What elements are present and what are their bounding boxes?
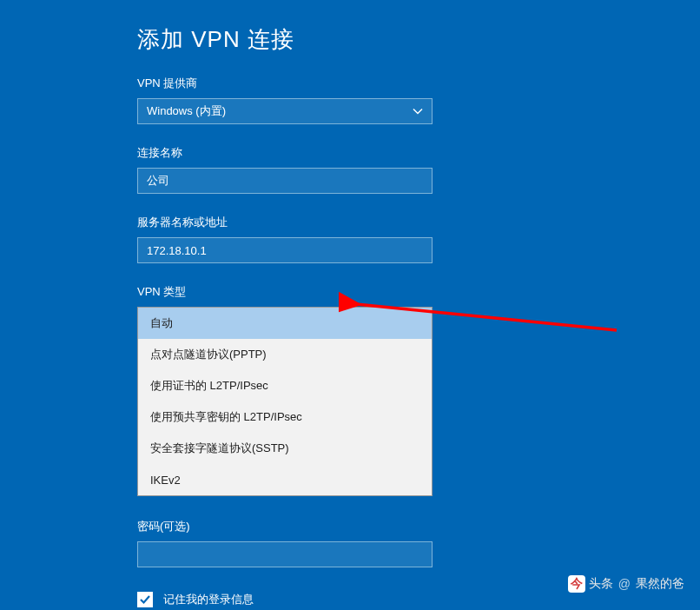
provider-field: VPN 提供商 Windows (内置) xyxy=(137,76,700,124)
password-input[interactable] xyxy=(137,541,433,567)
server-address-input[interactable]: 172.18.10.1 xyxy=(137,237,433,263)
connection-name-input[interactable]: 公司 xyxy=(137,168,433,194)
watermark: 今 头条 @ 果然的爸 xyxy=(568,575,684,593)
provider-select[interactable]: Windows (内置) xyxy=(137,98,433,124)
vpn-type-option[interactable]: 自动 xyxy=(138,308,432,339)
remember-row[interactable]: 记住我的登录信息 xyxy=(137,592,700,607)
vpn-type-option[interactable]: IKEv2 xyxy=(138,464,432,495)
provider-label: VPN 提供商 xyxy=(137,76,700,91)
watermark-logo-icon: 今 xyxy=(568,575,585,593)
page-title: 添加 VPN 连接 xyxy=(137,24,700,55)
watermark-brand: 头条 xyxy=(589,576,613,592)
connection-name-value: 公司 xyxy=(147,173,169,189)
server-address-field: 服务器名称或地址 172.18.10.1 xyxy=(137,215,700,263)
vpn-type-option[interactable]: 点对点隧道协议(PPTP) xyxy=(138,339,432,370)
remember-checkbox[interactable] xyxy=(137,592,153,607)
vpn-type-option[interactable]: 使用证书的 L2TP/IPsec xyxy=(138,370,432,401)
vpn-type-field: VPN 类型 自动点对点隧道协议(PPTP)使用证书的 L2TP/IPsec使用… xyxy=(137,284,700,496)
vpn-type-option[interactable]: 使用预共享密钥的 L2TP/IPsec xyxy=(138,401,432,433)
chevron-down-icon xyxy=(413,105,423,118)
vpn-type-dropdown[interactable]: 自动点对点隧道协议(PPTP)使用证书的 L2TP/IPsec使用预共享密钥的 … xyxy=(137,307,433,496)
watermark-author: 果然的爸 xyxy=(636,576,684,592)
watermark-at: @ xyxy=(618,577,631,591)
password-label: 密码(可选) xyxy=(137,519,700,534)
connection-name-field: 连接名称 公司 xyxy=(137,145,700,194)
password-field: 密码(可选) xyxy=(137,519,700,567)
vpn-type-option[interactable]: 安全套接字隧道协议(SSTP) xyxy=(138,433,432,464)
connection-name-label: 连接名称 xyxy=(137,145,700,161)
remember-label: 记住我的登录信息 xyxy=(163,592,254,607)
vpn-type-label: VPN 类型 xyxy=(137,284,700,300)
provider-value: Windows (内置) xyxy=(147,103,226,119)
check-icon xyxy=(139,593,151,606)
server-address-label: 服务器名称或地址 xyxy=(137,215,700,230)
server-address-value: 172.18.10.1 xyxy=(147,244,207,257)
